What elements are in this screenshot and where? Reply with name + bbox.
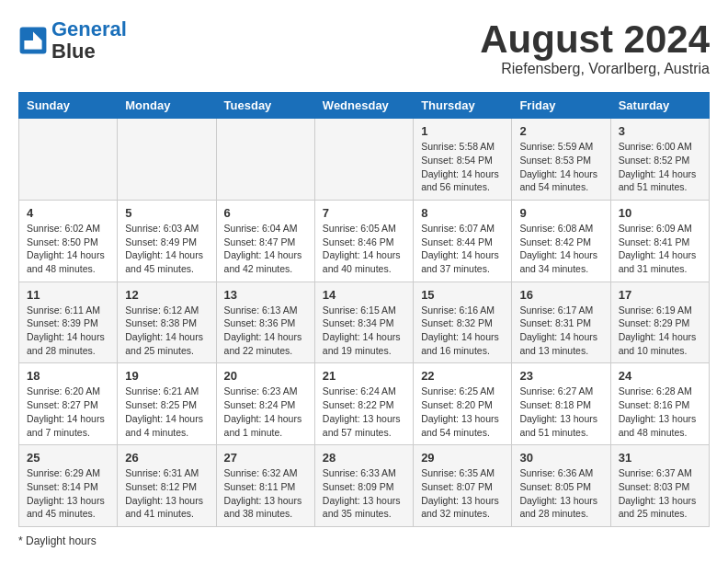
- calendar-cell: 27Sunrise: 6:32 AMSunset: 8:11 PMDayligh…: [216, 445, 314, 527]
- calendar-cell: 8Sunrise: 6:07 AMSunset: 8:44 PMDaylight…: [414, 200, 512, 282]
- day-number: 31: [619, 451, 701, 465]
- cell-info: Sunrise: 6:02 AMSunset: 8:50 PMDaylight:…: [27, 222, 109, 276]
- cell-content: 6Sunrise: 6:04 AMSunset: 8:47 PMDaylight…: [224, 206, 307, 276]
- calendar-cell: 3Sunrise: 6:00 AMSunset: 8:52 PMDaylight…: [610, 119, 709, 201]
- cell-content: 12Sunrise: 6:12 AMSunset: 8:38 PMDayligh…: [125, 288, 208, 358]
- cell-content: 11Sunrise: 6:11 AMSunset: 8:39 PMDayligh…: [27, 288, 109, 358]
- cell-content: 29Sunrise: 6:35 AMSunset: 8:07 PMDayligh…: [421, 451, 504, 521]
- day-number: 2: [519, 124, 602, 138]
- day-number: 24: [619, 369, 701, 383]
- calendar-cell: 1Sunrise: 5:58 AMSunset: 8:54 PMDaylight…: [414, 119, 512, 201]
- day-number: 3: [619, 124, 701, 138]
- cell-info: Sunrise: 5:58 AMSunset: 8:54 PMDaylight:…: [421, 140, 504, 194]
- weekday-header: Friday: [512, 93, 610, 119]
- calendar-cell: 19Sunrise: 6:21 AMSunset: 8:25 PMDayligh…: [118, 363, 216, 445]
- calendar-week-row: 4Sunrise: 6:02 AMSunset: 8:50 PMDaylight…: [19, 200, 710, 282]
- calendar-cell: [216, 119, 314, 201]
- day-number: 26: [125, 451, 208, 465]
- day-number: 1: [421, 124, 504, 138]
- day-number: 15: [421, 288, 504, 302]
- cell-content: 23Sunrise: 6:27 AMSunset: 8:18 PMDayligh…: [519, 369, 602, 439]
- cell-content: 24Sunrise: 6:28 AMSunset: 8:16 PMDayligh…: [619, 369, 701, 439]
- calendar-cell: 20Sunrise: 6:23 AMSunset: 8:24 PMDayligh…: [216, 363, 314, 445]
- day-number: 11: [27, 288, 109, 302]
- cell-content: 8Sunrise: 6:07 AMSunset: 8:44 PMDaylight…: [421, 206, 504, 276]
- calendar-cell: 26Sunrise: 6:31 AMSunset: 8:12 PMDayligh…: [118, 445, 216, 527]
- calendar-cell: 28Sunrise: 6:33 AMSunset: 8:09 PMDayligh…: [314, 445, 413, 527]
- cell-info: Sunrise: 6:08 AMSunset: 8:42 PMDaylight:…: [519, 222, 602, 276]
- day-number: 28: [323, 451, 405, 465]
- calendar-week-row: 11Sunrise: 6:11 AMSunset: 8:39 PMDayligh…: [19, 282, 710, 363]
- calendar-cell: 22Sunrise: 6:25 AMSunset: 8:20 PMDayligh…: [414, 363, 512, 445]
- cell-content: 17Sunrise: 6:19 AMSunset: 8:29 PMDayligh…: [619, 288, 701, 358]
- cell-content: 3Sunrise: 6:00 AMSunset: 8:52 PMDaylight…: [619, 124, 701, 194]
- calendar-cell: 9Sunrise: 6:08 AMSunset: 8:42 PMDaylight…: [512, 200, 610, 282]
- cell-info: Sunrise: 6:32 AMSunset: 8:11 PMDaylight:…: [224, 466, 307, 521]
- calendar-cell: 13Sunrise: 6:13 AMSunset: 8:36 PMDayligh…: [216, 282, 314, 363]
- calendar-cell: 30Sunrise: 6:36 AMSunset: 8:05 PMDayligh…: [512, 445, 610, 527]
- day-number: 12: [125, 288, 208, 302]
- day-number: 6: [224, 206, 307, 220]
- calendar-cell: 24Sunrise: 6:28 AMSunset: 8:16 PMDayligh…: [610, 363, 709, 445]
- cell-info: Sunrise: 6:21 AMSunset: 8:25 PMDaylight:…: [125, 385, 208, 439]
- calendar-week-row: 25Sunrise: 6:29 AMSunset: 8:14 PMDayligh…: [19, 445, 710, 527]
- day-number: 17: [619, 288, 701, 302]
- weekday-header: Saturday: [610, 93, 709, 119]
- calendar-week-row: 1Sunrise: 5:58 AMSunset: 8:54 PMDaylight…: [19, 119, 710, 201]
- weekday-header: Sunday: [19, 93, 118, 119]
- weekday-header: Thursday: [414, 93, 512, 119]
- weekday-header: Monday: [118, 93, 216, 119]
- cell-info: Sunrise: 6:15 AMSunset: 8:34 PMDaylight:…: [323, 304, 405, 358]
- location-text: Riefensberg, Vorarlberg, Austria: [480, 61, 710, 77]
- cell-content: 7Sunrise: 6:05 AMSunset: 8:46 PMDaylight…: [323, 206, 405, 276]
- calendar-cell: 10Sunrise: 6:09 AMSunset: 8:41 PMDayligh…: [610, 200, 709, 282]
- calendar-cell: 4Sunrise: 6:02 AMSunset: 8:50 PMDaylight…: [19, 200, 118, 282]
- calendar-cell: 23Sunrise: 6:27 AMSunset: 8:18 PMDayligh…: [512, 363, 610, 445]
- day-number: 7: [323, 206, 405, 220]
- day-number: 25: [27, 451, 109, 465]
- day-number: 19: [125, 369, 208, 383]
- cell-info: Sunrise: 6:11 AMSunset: 8:39 PMDaylight:…: [27, 304, 109, 358]
- calendar-week-row: 18Sunrise: 6:20 AMSunset: 8:27 PMDayligh…: [19, 363, 710, 445]
- cell-info: Sunrise: 6:07 AMSunset: 8:44 PMDaylight:…: [421, 222, 504, 276]
- day-number: 18: [27, 369, 109, 383]
- cell-content: 5Sunrise: 6:03 AMSunset: 8:49 PMDaylight…: [125, 206, 208, 276]
- cell-info: Sunrise: 6:04 AMSunset: 8:47 PMDaylight:…: [224, 222, 307, 276]
- weekday-header: Tuesday: [216, 93, 314, 119]
- calendar-cell: 25Sunrise: 6:29 AMSunset: 8:14 PMDayligh…: [19, 445, 118, 527]
- day-number: 14: [323, 288, 405, 302]
- cell-content: 19Sunrise: 6:21 AMSunset: 8:25 PMDayligh…: [125, 369, 208, 439]
- month-title: August 2024: [480, 18, 710, 61]
- cell-info: Sunrise: 6:12 AMSunset: 8:38 PMDaylight:…: [125, 304, 208, 358]
- cell-info: Sunrise: 6:31 AMSunset: 8:12 PMDaylight:…: [125, 466, 208, 521]
- day-number: 13: [224, 288, 307, 302]
- day-number: 4: [27, 206, 109, 220]
- cell-info: Sunrise: 6:35 AMSunset: 8:07 PMDaylight:…: [421, 466, 504, 521]
- cell-info: Sunrise: 6:29 AMSunset: 8:14 PMDaylight:…: [27, 466, 109, 521]
- cell-info: Sunrise: 6:09 AMSunset: 8:41 PMDaylight:…: [619, 222, 701, 276]
- calendar-cell: 14Sunrise: 6:15 AMSunset: 8:34 PMDayligh…: [314, 282, 413, 363]
- day-number: 29: [421, 451, 504, 465]
- cell-content: 2Sunrise: 5:59 AMSunset: 8:53 PMDaylight…: [519, 124, 602, 194]
- day-number: 9: [519, 206, 602, 220]
- day-number: 20: [224, 369, 307, 383]
- cell-info: Sunrise: 6:28 AMSunset: 8:16 PMDaylight:…: [619, 385, 701, 439]
- title-block: August 2024 Riefensberg, Vorarlberg, Aus…: [480, 18, 710, 77]
- cell-content: 21Sunrise: 6:24 AMSunset: 8:22 PMDayligh…: [323, 369, 405, 439]
- cell-info: Sunrise: 6:03 AMSunset: 8:49 PMDaylight:…: [125, 222, 208, 276]
- logo-icon: [18, 26, 48, 55]
- cell-info: Sunrise: 6:25 AMSunset: 8:20 PMDaylight:…: [421, 385, 504, 439]
- cell-info: Sunrise: 6:05 AMSunset: 8:46 PMDaylight:…: [323, 222, 405, 276]
- calendar-cell: 17Sunrise: 6:19 AMSunset: 8:29 PMDayligh…: [610, 282, 709, 363]
- cell-info: Sunrise: 6:13 AMSunset: 8:36 PMDaylight:…: [224, 304, 307, 358]
- cell-info: Sunrise: 6:17 AMSunset: 8:31 PMDaylight:…: [519, 304, 602, 358]
- page-header: General Blue August 2024 Riefensberg, Vo…: [18, 18, 710, 77]
- cell-content: 28Sunrise: 6:33 AMSunset: 8:09 PMDayligh…: [323, 451, 405, 521]
- cell-content: 13Sunrise: 6:13 AMSunset: 8:36 PMDayligh…: [224, 288, 307, 358]
- cell-content: 18Sunrise: 6:20 AMSunset: 8:27 PMDayligh…: [27, 369, 109, 439]
- day-number: 23: [519, 369, 602, 383]
- day-number: 22: [421, 369, 504, 383]
- cell-content: 20Sunrise: 6:23 AMSunset: 8:24 PMDayligh…: [224, 369, 307, 439]
- calendar-cell: 31Sunrise: 6:37 AMSunset: 8:03 PMDayligh…: [610, 445, 709, 527]
- cell-content: 30Sunrise: 6:36 AMSunset: 8:05 PMDayligh…: [519, 451, 602, 521]
